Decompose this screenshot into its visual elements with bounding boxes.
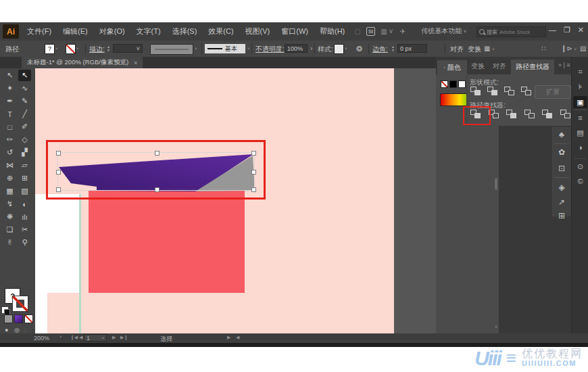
- search-input[interactable]: 搜索Adobe Stock: [476, 26, 546, 37]
- layers-panel-icon[interactable]: ◈: [552, 183, 572, 192]
- exclude-icon[interactable]: [521, 87, 531, 95]
- unite-icon[interactable]: [470, 87, 481, 95]
- recolor-artwork-icon[interactable]: ❂: [356, 45, 362, 53]
- zoom-tool[interactable]: ⚲: [18, 237, 31, 248]
- corner-value[interactable]: 0 px: [397, 44, 427, 53]
- document-tab[interactable]: 未标题-1* @ 200% (RGB/像素预览) ×: [22, 57, 143, 68]
- none-swatch[interactable]: [441, 80, 448, 88]
- stock-badge-icon[interactable]: St: [366, 27, 376, 36]
- workspace-switcher[interactable]: 传统基本功能 ˅: [421, 26, 466, 36]
- stroke-swatch[interactable]: [66, 44, 76, 54]
- links-panel-icon[interactable]: ⊡: [552, 164, 572, 173]
- corner-label[interactable]: 边角:: [372, 45, 388, 54]
- line-segment-tool[interactable]: ╱: [18, 108, 31, 120]
- tab-align[interactable]: 对齐: [493, 62, 506, 71]
- style-swatch[interactable]: [334, 44, 344, 54]
- panel-dock-icon[interactable]: ❙⊳ ˅: [561, 45, 577, 52]
- align-panel-icon[interactable]: ⊧: [572, 83, 588, 91]
- pen-tool[interactable]: ✒: [3, 95, 16, 107]
- last-artboard-icon[interactable]: ▶❙: [120, 335, 128, 340]
- stroke-panel-icon[interactable]: ≡: [572, 114, 588, 122]
- zoom-level[interactable]: 200%: [34, 335, 49, 342]
- menu-item-1[interactable]: 编辑(E): [63, 26, 88, 37]
- restore-button[interactable]: ❐: [564, 26, 570, 34]
- symbol-sprayer-tool[interactable]: ❋: [3, 211, 16, 223]
- tab-close-icon[interactable]: ×: [134, 60, 137, 66]
- mesh-tool[interactable]: ▦: [3, 185, 16, 197]
- pencil-tool[interactable]: ✏: [3, 134, 16, 145]
- share-icon[interactable]: ✈: [399, 28, 405, 35]
- direct-selection-tool[interactable]: ↖: [18, 70, 31, 81]
- perspective-grid-tool[interactable]: ⊞: [18, 172, 31, 184]
- selection-tool[interactable]: ↖: [3, 70, 16, 81]
- transform-panel-icon[interactable]: ⌗: [572, 68, 588, 76]
- fill-chevron-icon[interactable]: ˅: [55, 47, 58, 51]
- tab-pathfinder[interactable]: 路径查找器: [511, 60, 554, 74]
- free-transform-tool[interactable]: ▱: [18, 160, 31, 171]
- rotate-tool[interactable]: ↺: [3, 147, 16, 158]
- width-tool[interactable]: ⋈: [3, 160, 16, 171]
- menu-item-3[interactable]: 文字(T): [137, 26, 161, 37]
- none-button[interactable]: [24, 315, 33, 323]
- brush-chevron-icon[interactable]: ˅: [247, 47, 250, 51]
- merge-icon[interactable]: [506, 110, 516, 118]
- minus-front-icon[interactable]: [487, 87, 497, 95]
- arrange-documents-icon[interactable]: ▥ ˅: [381, 28, 393, 35]
- canvas[interactable]: [35, 68, 436, 333]
- fill-swatch[interactable]: ?: [45, 44, 55, 54]
- eyedropper-tool[interactable]: ↯: [3, 198, 16, 210]
- stroke-color-indicator[interactable]: [13, 296, 28, 311]
- profile-chevron-icon[interactable]: ˅: [195, 47, 197, 51]
- menu-item-0[interactable]: 文件(F): [27, 26, 51, 37]
- transform-link[interactable]: 变换: [468, 45, 481, 54]
- lasso-tool[interactable]: ∿: [18, 83, 31, 94]
- panel-menu-icon[interactable]: » | ≡: [558, 62, 570, 68]
- panel-scrollbar[interactable]: [495, 178, 497, 190]
- scroll-right-icon[interactable]: ▶: [227, 335, 230, 340]
- intersect-icon[interactable]: [504, 87, 514, 95]
- zoom-chevron-icon[interactable]: ˅: [59, 335, 62, 339]
- rectangle-tool[interactable]: □: [3, 121, 16, 133]
- gradient-panel-icon[interactable]: ▤: [572, 129, 588, 137]
- menu-item-5[interactable]: 效果(C): [208, 26, 233, 37]
- selected-artwork[interactable]: [35, 68, 436, 333]
- width-profile-dropdown[interactable]: [150, 44, 193, 55]
- menu-item-4[interactable]: 选择(S): [172, 26, 197, 37]
- document-icon[interactable]: ▢: [354, 28, 360, 35]
- shaper-tool[interactable]: ◇: [18, 134, 31, 145]
- artboard-navigation[interactable]: 1˅: [84, 334, 107, 342]
- corner-stepper[interactable]: ▲▼: [391, 44, 395, 53]
- hand-tool[interactable]: ✌: [3, 237, 16, 248]
- minus-back-icon[interactable]: [560, 110, 570, 118]
- scale-tool[interactable]: ▞: [18, 147, 31, 158]
- pathfinder-panel-icon[interactable]: ▣: [573, 96, 587, 108]
- shape-builder-tool[interactable]: ⊕: [3, 172, 16, 184]
- artboard-tool[interactable]: ❏: [3, 224, 16, 235]
- opacity-value[interactable]: 100%: [285, 44, 308, 53]
- stroke-weight-dropdown[interactable]: ˅: [113, 44, 143, 53]
- color-button[interactable]: [4, 315, 13, 323]
- stroke-weight-label[interactable]: 描边:: [89, 45, 105, 54]
- transparency-panel-icon[interactable]: ◑: [572, 143, 588, 152]
- next-artboard-icon[interactable]: ▶: [112, 335, 116, 340]
- cc-libraries-panel-icon[interactable]: ©: [572, 177, 588, 185]
- black-swatch[interactable]: [449, 80, 457, 88]
- magic-wand-tool[interactable]: ✶: [3, 83, 16, 94]
- expand-button[interactable]: 扩展: [535, 85, 571, 99]
- grid-options-icon[interactable]: ▤: [580, 45, 586, 52]
- menu-item-7[interactable]: 窗口(W): [281, 26, 308, 37]
- menu-item-6[interactable]: 视图(V): [245, 26, 270, 37]
- default-colors-icon[interactable]: [1, 306, 9, 314]
- stroke-chevron-icon[interactable]: ˅: [76, 47, 79, 51]
- draw-normal-icon[interactable]: ●: [5, 327, 8, 333]
- draw-behind-icon[interactable]: ◎: [14, 327, 20, 333]
- artboards-panel-icon[interactable]: ⊞: [552, 211, 572, 220]
- paintbrush-tool[interactable]: ✐: [18, 121, 31, 133]
- tab-color[interactable]: ◦颜色: [437, 60, 467, 74]
- menu-item-8[interactable]: 帮助(H): [320, 26, 345, 37]
- export-panel-icon[interactable]: ↗: [552, 197, 572, 207]
- draw-inside-icon[interactable]: ◌: [24, 327, 27, 333]
- outline-icon[interactable]: [542, 110, 552, 118]
- prev-artboard-icon[interactable]: ◀: [79, 335, 82, 340]
- graph-tool[interactable]: ılı: [18, 211, 31, 223]
